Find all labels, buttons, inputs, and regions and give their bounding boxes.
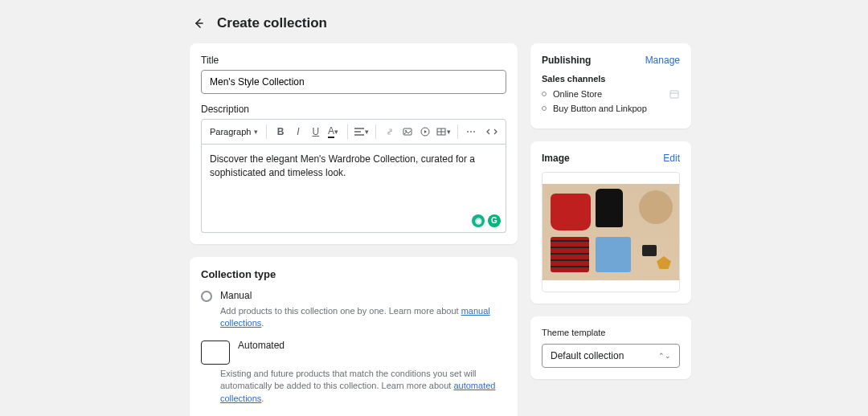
automated-label: Automated [238, 340, 285, 351]
assist-icon[interactable]: ◉ [472, 214, 485, 227]
svg-rect-4 [670, 91, 678, 98]
paragraph-select[interactable]: Paragraph ▾ [208, 125, 260, 138]
collection-type-card: Collection type Manual Add products to t… [190, 257, 518, 416]
grammarly-icon[interactable]: G [488, 214, 501, 227]
status-dot-icon [542, 106, 547, 111]
align-button[interactable]: ▾ [354, 123, 369, 141]
page-title: Create collection [217, 15, 327, 31]
automated-help: Existing and future products that match … [220, 368, 506, 405]
bold-button[interactable]: B [273, 123, 288, 141]
status-dot-icon [542, 92, 547, 96]
more-button[interactable]: ⋯ [464, 123, 478, 141]
text-color-button[interactable]: A▾ [326, 123, 341, 141]
description-editor[interactable]: Discover the elegant Men's Wardrobe Coll… [201, 145, 506, 233]
code-view-button[interactable] [485, 123, 499, 141]
publishing-heading: Publishing [542, 55, 591, 66]
manage-link[interactable]: Manage [645, 55, 680, 66]
italic-button[interactable]: I [291, 123, 305, 141]
manual-radio[interactable] [201, 291, 212, 302]
image-button[interactable] [400, 123, 415, 141]
video-button[interactable] [418, 123, 432, 141]
image-card: Image Edit [530, 141, 691, 304]
underline-button[interactable]: U [309, 123, 323, 141]
image-preview [542, 184, 679, 280]
collection-image[interactable] [542, 172, 680, 292]
description-label: Description [201, 104, 506, 115]
image-heading: Image [542, 153, 570, 164]
title-input[interactable] [201, 70, 506, 94]
table-button[interactable]: ▾ [436, 123, 451, 141]
manual-help: Add products to this collection one by o… [220, 305, 506, 330]
publishing-card: Publishing Manage Sales channels Online … [530, 43, 691, 128]
rte-toolbar: Paragraph ▾ B I U A▾ ▾ [201, 119, 506, 145]
sales-channels-label: Sales channels [542, 74, 680, 84]
theme-card: Theme template Default collection ⌃⌄ [530, 316, 691, 379]
details-card: Title Description Paragraph ▾ B I U A▾ ▾ [190, 43, 518, 244]
calendar-icon[interactable] [669, 88, 680, 100]
channel-buy-button: Buy Button and Linkpop [542, 104, 680, 113]
link-button[interactable] [383, 123, 397, 141]
chevron-down-icon: ▾ [254, 128, 258, 136]
select-chevron-icon: ⌃⌄ [658, 352, 671, 360]
title-label: Title [201, 55, 506, 66]
automated-radio[interactable] [201, 341, 230, 365]
collection-type-heading: Collection type [201, 268, 506, 280]
channel-online-store: Online Store [542, 88, 680, 100]
manual-label: Manual [220, 290, 252, 301]
image-edit-link[interactable]: Edit [663, 153, 680, 164]
back-button[interactable] [190, 14, 207, 32]
theme-heading: Theme template [542, 328, 680, 337]
theme-template-select[interactable]: Default collection ⌃⌄ [542, 344, 680, 368]
